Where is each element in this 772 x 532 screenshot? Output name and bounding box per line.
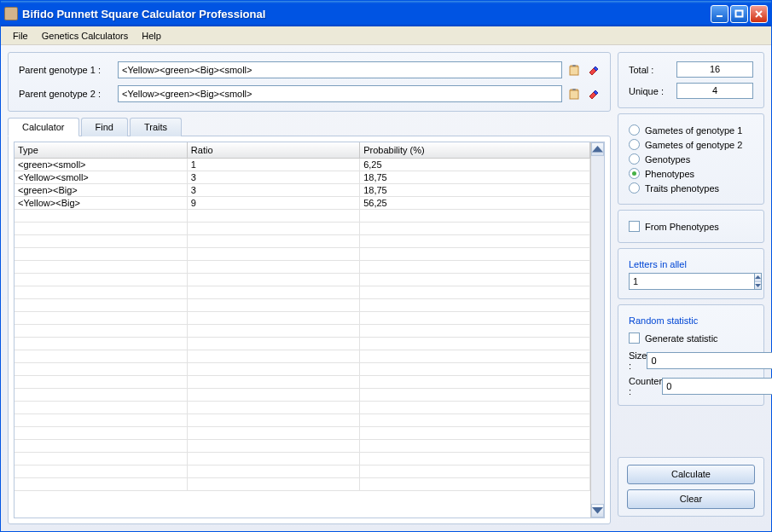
- from-phenotypes-panel: ✓From Phenotypes: [618, 210, 764, 243]
- table-row: [15, 311, 590, 324]
- col-probability[interactable]: Probability (%): [360, 142, 590, 158]
- unique-label: Unique :: [629, 86, 676, 96]
- table-row: [15, 273, 590, 286]
- tab-find[interactable]: Find: [81, 118, 128, 136]
- titlebar: Bifido Punnett Square Calculator Profess…: [1, 1, 771, 26]
- svg-rect-10: [570, 90, 578, 99]
- spin-down-icon[interactable]: [755, 282, 761, 290]
- radio-genotypes[interactable]: Genotypes: [629, 152, 753, 166]
- spin-up-icon[interactable]: [755, 274, 761, 282]
- size-label: Size :: [629, 350, 647, 371]
- svg-rect-11: [572, 89, 576, 90]
- unique-value: 4: [676, 83, 753, 99]
- table-row: [15, 465, 590, 477]
- menu-help[interactable]: Help: [135, 29, 168, 43]
- svg-marker-17: [755, 284, 761, 287]
- svg-marker-15: [592, 507, 603, 513]
- size-spinner[interactable]: [647, 352, 772, 369]
- parents-panel: Parent genotype 1 : Parent genotype 2 :: [8, 52, 611, 112]
- radio-phenotypes-label: Phenotypes: [645, 169, 694, 179]
- table-row: [15, 350, 590, 362]
- clear-button[interactable]: Clear: [627, 489, 755, 509]
- tabstrip: Calculator Find Traits: [8, 118, 611, 136]
- table-row: [15, 477, 590, 490]
- table-row: [15, 260, 590, 273]
- paste-icon[interactable]: [567, 63, 581, 77]
- table-row: [15, 413, 590, 426]
- close-button[interactable]: [750, 5, 768, 23]
- svg-rect-6: [572, 65, 576, 66]
- letters-spinner[interactable]: [629, 273, 755, 290]
- tab-calculator[interactable]: Calculator: [8, 118, 79, 136]
- radio-gametes-1-label: Gametes of genotype 1: [645, 125, 742, 136]
- table-row: [15, 337, 590, 350]
- parent1-input[interactable]: [118, 61, 562, 78]
- app-icon: [4, 7, 18, 20]
- checkbox-from-phenotypes[interactable]: ✓From Phenotypes: [629, 219, 753, 234]
- radio-traits-phenotypes-label: Traits phenotypes: [645, 183, 719, 194]
- svg-rect-5: [570, 66, 578, 75]
- tab-traits[interactable]: Traits: [130, 118, 182, 136]
- table-row: [15, 388, 590, 401]
- table-row: [15, 209, 590, 222]
- table-row[interactable]: <green><Big>318,75: [15, 183, 590, 196]
- svg-rect-1: [736, 10, 743, 16]
- app-window: Bifido Punnett Square Calculator Profess…: [0, 0, 772, 532]
- menu-genetics-calculators[interactable]: Genetics Calculators: [35, 29, 136, 43]
- action-panel: Calculate Clear: [618, 457, 764, 517]
- radio-genotypes-label: Genotypes: [645, 154, 690, 165]
- counter-label: Counter :: [629, 376, 662, 396]
- radio-gametes-2-label: Gametes of genotype 2: [645, 140, 742, 150]
- parent1-label: Parent genotype 1 :: [19, 65, 113, 75]
- table-row: [15, 401, 590, 413]
- table-row[interactable]: <green><smoll>16,25: [15, 158, 590, 171]
- table-row: [15, 222, 590, 234]
- paste-icon[interactable]: [567, 87, 581, 101]
- random-title: Random statistic: [629, 315, 753, 326]
- client-area: Parent genotype 1 : Parent genotype 2 :: [1, 45, 771, 531]
- table-row[interactable]: <Yellow><smoll>318,75: [15, 171, 590, 183]
- from-phenotypes-label: From Phenotypes: [645, 222, 719, 232]
- svg-marker-16: [755, 275, 761, 279]
- parent2-input[interactable]: [118, 85, 562, 102]
- table-row: [15, 439, 590, 452]
- eraser-icon[interactable]: [586, 87, 600, 101]
- counter-field[interactable]: [662, 378, 772, 395]
- window-title: Bifido Punnett Square Calculator Profess…: [22, 8, 711, 20]
- results-table: Type Ratio Probability (%) <green><smoll…: [15, 142, 590, 491]
- letters-title: Letters in allel: [629, 259, 753, 269]
- menu-file[interactable]: File: [6, 29, 35, 43]
- radio-gametes-2[interactable]: Gametes of genotype 2: [629, 137, 753, 152]
- col-type[interactable]: Type: [15, 142, 187, 158]
- random-statistic-panel: Random statistic ✓Generate statistic Siz…: [618, 304, 764, 406]
- results-grid[interactable]: Type Ratio Probability (%) <green><smoll…: [14, 142, 605, 518]
- table-row: [15, 426, 590, 439]
- table-row: [15, 247, 590, 260]
- table-row[interactable]: <Yellow><Big>956,25: [15, 196, 590, 209]
- total-value: 16: [676, 61, 753, 78]
- menubar: File Genetics Calculators Help: [1, 26, 771, 45]
- checkbox-generate-statistic[interactable]: ✓Generate statistic: [629, 331, 753, 345]
- table-row: [15, 375, 590, 388]
- col-ratio[interactable]: Ratio: [187, 142, 359, 158]
- scrollbar[interactable]: [590, 142, 604, 518]
- radio-traits-phenotypes[interactable]: Traits phenotypes: [629, 181, 753, 195]
- table-row: [15, 286, 590, 298]
- calculate-button[interactable]: Calculate: [627, 465, 755, 484]
- scroll-down-icon[interactable]: [591, 504, 604, 518]
- generate-statistic-label: Generate statistic: [645, 333, 718, 344]
- maximize-button[interactable]: [730, 5, 748, 23]
- minimize-button[interactable]: [711, 5, 728, 23]
- scroll-up-icon[interactable]: [591, 142, 604, 156]
- total-label: Total :: [629, 65, 676, 75]
- tab-body: Type Ratio Probability (%) <green><smoll…: [8, 136, 611, 524]
- radio-gametes-1[interactable]: Gametes of genotype 1: [629, 123, 753, 137]
- stats-panel: Total : 16 Unique : 4: [618, 52, 764, 108]
- table-row: [15, 234, 590, 247]
- eraser-icon[interactable]: [586, 63, 600, 77]
- options-panel: Gametes of genotype 1 Gametes of genotyp…: [618, 113, 764, 205]
- table-row: [15, 362, 590, 375]
- radio-phenotypes[interactable]: Phenotypes: [629, 166, 753, 181]
- parent2-label: Parent genotype 2 :: [19, 89, 113, 99]
- table-row: [15, 298, 590, 311]
